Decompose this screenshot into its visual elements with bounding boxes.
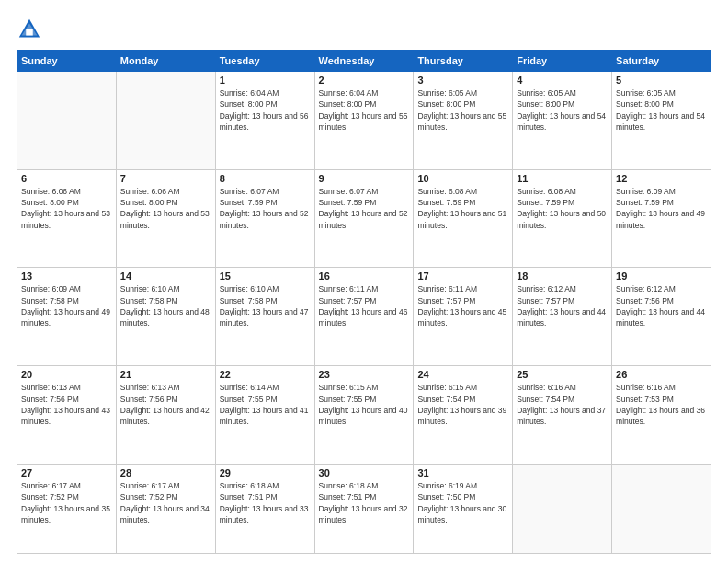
day-info: Sunrise: 6:15 AMSunset: 7:55 PMDaylight:…	[319, 382, 410, 427]
week-row-2: 6Sunrise: 6:06 AMSunset: 8:00 PMDaylight…	[17, 169, 711, 268]
day-cell: 19Sunrise: 6:12 AMSunset: 7:56 PMDayligh…	[612, 268, 711, 366]
day-number: 20	[21, 369, 112, 380]
day-cell: 15Sunrise: 6:10 AMSunset: 7:58 PMDayligh…	[215, 268, 314, 366]
day-info: Sunrise: 6:17 AMSunset: 7:52 PMDaylight:…	[21, 480, 112, 525]
day-number: 13	[21, 270, 112, 282]
day-number: 30	[319, 467, 410, 478]
day-number: 8	[220, 173, 311, 184]
day-number: 16	[319, 270, 410, 282]
day-number: 12	[616, 173, 707, 184]
day-info: Sunrise: 6:18 AMSunset: 7:51 PMDaylight:…	[319, 480, 410, 525]
day-number: 2	[319, 75, 410, 86]
day-cell: 5Sunrise: 6:05 AMSunset: 8:00 PMDaylight…	[612, 72, 711, 170]
day-info: Sunrise: 6:11 AMSunset: 7:57 PMDaylight:…	[417, 283, 508, 328]
day-cell	[513, 464, 612, 553]
day-info: Sunrise: 6:06 AMSunset: 8:00 PMDaylight:…	[21, 186, 112, 231]
week-row-1: 1Sunrise: 6:04 AMSunset: 8:00 PMDaylight…	[17, 72, 711, 170]
day-info: Sunrise: 6:14 AMSunset: 7:55 PMDaylight:…	[220, 382, 311, 427]
day-number: 9	[319, 173, 410, 184]
day-info: Sunrise: 6:13 AMSunset: 7:56 PMDaylight:…	[120, 382, 211, 427]
day-cell: 26Sunrise: 6:16 AMSunset: 7:53 PMDayligh…	[612, 366, 711, 465]
day-number: 11	[517, 173, 608, 184]
day-cell: 18Sunrise: 6:12 AMSunset: 7:57 PMDayligh…	[513, 268, 612, 366]
day-cell: 11Sunrise: 6:08 AMSunset: 7:59 PMDayligh…	[513, 169, 612, 268]
day-number: 1	[220, 75, 311, 86]
day-cell: 7Sunrise: 6:06 AMSunset: 8:00 PMDaylight…	[116, 169, 215, 268]
day-cell: 22Sunrise: 6:14 AMSunset: 7:55 PMDayligh…	[215, 366, 314, 465]
day-info: Sunrise: 6:19 AMSunset: 7:50 PMDaylight:…	[417, 480, 508, 525]
day-info: Sunrise: 6:09 AMSunset: 7:59 PMDaylight:…	[616, 186, 707, 231]
day-cell: 31Sunrise: 6:19 AMSunset: 7:50 PMDayligh…	[414, 464, 513, 553]
week-row-4: 20Sunrise: 6:13 AMSunset: 7:56 PMDayligh…	[17, 366, 711, 465]
logo-icon	[17, 17, 42, 42]
day-number: 29	[220, 467, 311, 478]
header-monday: Monday	[116, 51, 215, 72]
day-cell: 9Sunrise: 6:07 AMSunset: 7:59 PMDaylight…	[314, 169, 414, 268]
day-number: 26	[616, 369, 707, 380]
day-info: Sunrise: 6:17 AMSunset: 7:52 PMDaylight:…	[120, 480, 211, 525]
day-number: 19	[616, 270, 707, 282]
day-number: 27	[21, 467, 112, 478]
calendar-table: Sunday Monday Tuesday Wednesday Thursday…	[17, 50, 711, 554]
day-cell: 23Sunrise: 6:15 AMSunset: 7:55 PMDayligh…	[314, 366, 414, 465]
header	[17, 17, 711, 42]
day-cell: 10Sunrise: 6:08 AMSunset: 7:59 PMDayligh…	[414, 169, 513, 268]
day-number: 14	[120, 270, 211, 282]
day-cell: 16Sunrise: 6:11 AMSunset: 7:57 PMDayligh…	[314, 268, 414, 366]
day-info: Sunrise: 6:07 AMSunset: 7:59 PMDaylight:…	[319, 186, 410, 231]
header-tuesday: Tuesday	[215, 51, 314, 72]
day-cell: 17Sunrise: 6:11 AMSunset: 7:57 PMDayligh…	[414, 268, 513, 366]
week-row-3: 13Sunrise: 6:09 AMSunset: 7:58 PMDayligh…	[17, 268, 711, 366]
day-info: Sunrise: 6:04 AMSunset: 8:00 PMDaylight:…	[319, 87, 410, 132]
day-number: 24	[417, 369, 508, 380]
week-row-5: 27Sunrise: 6:17 AMSunset: 7:52 PMDayligh…	[17, 464, 711, 553]
day-cell: 30Sunrise: 6:18 AMSunset: 7:51 PMDayligh…	[314, 464, 414, 553]
day-info: Sunrise: 6:11 AMSunset: 7:57 PMDaylight:…	[319, 283, 410, 328]
day-number: 28	[120, 467, 211, 478]
day-cell: 14Sunrise: 6:10 AMSunset: 7:58 PMDayligh…	[116, 268, 215, 366]
logo	[17, 17, 46, 42]
day-info: Sunrise: 6:10 AMSunset: 7:58 PMDaylight:…	[120, 283, 211, 328]
day-number: 6	[21, 173, 112, 184]
page: Sunday Monday Tuesday Wednesday Thursday…	[0, 0, 728, 563]
day-info: Sunrise: 6:15 AMSunset: 7:54 PMDaylight:…	[417, 382, 508, 427]
day-number: 23	[319, 369, 410, 380]
day-number: 18	[517, 270, 608, 282]
day-cell	[17, 72, 117, 170]
day-number: 22	[220, 369, 311, 380]
day-cell: 2Sunrise: 6:04 AMSunset: 8:00 PMDaylight…	[314, 72, 414, 170]
weekday-header-row: Sunday Monday Tuesday Wednesday Thursday…	[17, 51, 711, 72]
day-number: 31	[417, 467, 508, 478]
header-friday: Friday	[513, 51, 612, 72]
day-info: Sunrise: 6:16 AMSunset: 7:53 PMDaylight:…	[616, 382, 707, 427]
day-info: Sunrise: 6:08 AMSunset: 7:59 PMDaylight:…	[517, 186, 608, 231]
day-cell: 29Sunrise: 6:18 AMSunset: 7:51 PMDayligh…	[215, 464, 314, 553]
day-cell: 13Sunrise: 6:09 AMSunset: 7:58 PMDayligh…	[17, 268, 117, 366]
day-info: Sunrise: 6:12 AMSunset: 7:57 PMDaylight:…	[517, 283, 608, 328]
day-cell: 4Sunrise: 6:05 AMSunset: 8:00 PMDaylight…	[513, 72, 612, 170]
day-number: 4	[517, 75, 608, 86]
day-cell: 8Sunrise: 6:07 AMSunset: 7:59 PMDaylight…	[215, 169, 314, 268]
day-cell: 6Sunrise: 6:06 AMSunset: 8:00 PMDaylight…	[17, 169, 117, 268]
day-number: 10	[417, 173, 508, 184]
day-cell: 24Sunrise: 6:15 AMSunset: 7:54 PMDayligh…	[414, 366, 513, 465]
day-cell	[116, 72, 215, 170]
day-cell: 20Sunrise: 6:13 AMSunset: 7:56 PMDayligh…	[17, 366, 117, 465]
day-info: Sunrise: 6:16 AMSunset: 7:54 PMDaylight:…	[517, 382, 608, 427]
day-info: Sunrise: 6:05 AMSunset: 8:00 PMDaylight:…	[616, 87, 707, 132]
day-info: Sunrise: 6:12 AMSunset: 7:56 PMDaylight:…	[616, 283, 707, 328]
day-number: 25	[517, 369, 608, 380]
day-cell: 25Sunrise: 6:16 AMSunset: 7:54 PMDayligh…	[513, 366, 612, 465]
day-cell	[612, 464, 711, 553]
header-wednesday: Wednesday	[314, 51, 414, 72]
header-saturday: Saturday	[612, 51, 711, 72]
day-number: 15	[220, 270, 311, 282]
day-info: Sunrise: 6:05 AMSunset: 8:00 PMDaylight:…	[517, 87, 608, 132]
day-info: Sunrise: 6:10 AMSunset: 7:58 PMDaylight:…	[220, 283, 311, 328]
header-sunday: Sunday	[17, 51, 117, 72]
day-cell: 21Sunrise: 6:13 AMSunset: 7:56 PMDayligh…	[116, 366, 215, 465]
day-info: Sunrise: 6:13 AMSunset: 7:56 PMDaylight:…	[21, 382, 112, 427]
day-cell: 27Sunrise: 6:17 AMSunset: 7:52 PMDayligh…	[17, 464, 117, 553]
day-info: Sunrise: 6:04 AMSunset: 8:00 PMDaylight:…	[220, 87, 311, 132]
day-number: 5	[616, 75, 707, 86]
